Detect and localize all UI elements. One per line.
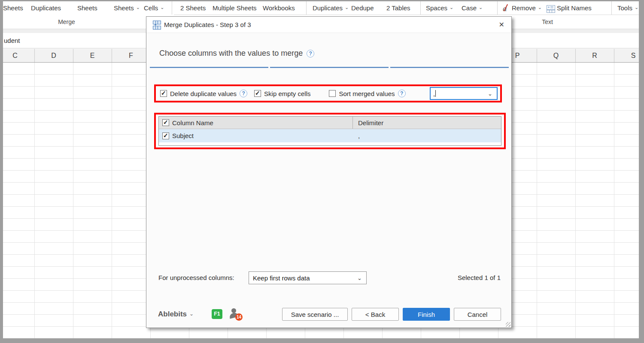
ribbon-item-duplicates-menu[interactable]: Duplicates⌄ — [313, 2, 349, 14]
ribbon-item-sheets[interactable]: Sheets — [77, 2, 97, 14]
ribbon-group-label-merge: Merge — [58, 18, 75, 25]
chevron-down-icon: ⌄ — [450, 1, 453, 13]
window-frame: Sheets Duplicates Sheets Sheets⌄ Cells⌄ … — [0, 0, 644, 343]
notification-badge: 14 — [235, 313, 243, 321]
ribbon-separator — [497, 1, 498, 15]
split-names-icon — [547, 5, 554, 12]
ribbon-item-split-names[interactable]: Split Names — [547, 2, 592, 14]
subject-label: Subject — [172, 132, 194, 139]
ribbon-item-multiple-sheets[interactable]: Multiple Sheets — [213, 2, 257, 14]
skip-empty-cells-option[interactable]: Skip empty cells — [254, 90, 310, 97]
chevron-down-icon[interactable]: ⌄ — [357, 275, 362, 281]
resize-grip[interactable] — [506, 322, 510, 327]
chevron-down-icon: ⌄ — [189, 311, 194, 317]
excel-window: Sheets Duplicates Sheets Sheets⌄ Cells⌄ … — [3, 1, 639, 338]
options-highlight-box: Delete duplicate values ? Skip empty cel… — [154, 84, 502, 102]
merge-duplicates-icon — [152, 21, 161, 29]
ribbon-item-sheets-menu[interactable]: Sheets⌄ — [114, 2, 140, 14]
table-row-subject[interactable]: Subject , — [159, 129, 501, 142]
help-icon[interactable]: ? — [240, 90, 247, 97]
column-header-f[interactable]: F — [112, 49, 150, 63]
unprocessed-columns-label: For unprocessed columns: — [158, 271, 234, 284]
ribbon-item-2-tables[interactable]: 2 Tables — [386, 2, 410, 14]
chevron-down-icon: ⌄ — [345, 1, 349, 13]
column-header-s[interactable]: S — [614, 49, 639, 63]
save-scenario-button[interactable]: Save scenario ... — [282, 308, 348, 321]
delete-duplicate-values-option[interactable]: Delete duplicate values ? — [160, 90, 247, 97]
ribbon-group-divider — [174, 15, 639, 15]
ribbon-separator — [306, 1, 307, 15]
subject-delimiter: , — [353, 132, 501, 139]
unprocessed-columns-select[interactable]: Keep first rows data ⌄ — [249, 271, 367, 284]
sort-merged-values-option[interactable]: Sort merged values ? — [329, 90, 405, 97]
help-icon[interactable]: ? — [398, 90, 406, 97]
column-header-e[interactable]: E — [73, 49, 112, 63]
column-header-c[interactable]: C — [3, 49, 34, 63]
merge-duplicates-dialog: Merge Duplicates - Step 3 of 3 ✕ Choose … — [146, 16, 512, 328]
columns-table-highlight-box: Column Name Delimiter Subject , — [154, 113, 506, 149]
help-icon[interactable]: ? — [307, 50, 314, 57]
wizard-progress — [150, 67, 509, 68]
progress-step-3 — [390, 67, 509, 68]
ribbon-item-case-menu[interactable]: Case⌄ — [462, 2, 483, 14]
ablebits-brand[interactable]: Ablebits — [158, 310, 187, 318]
delimiter-header: Delimiter — [353, 119, 501, 126]
unprocessed-columns-row: For unprocessed columns: Keep first rows… — [158, 271, 501, 284]
ribbon-item-remove-menu[interactable]: Remove⌄ — [502, 2, 542, 14]
f1-help-badge[interactable]: F1 — [212, 309, 222, 319]
ribbon-separator — [420, 1, 421, 15]
ribbon-item-2-sheets[interactable]: 2 Sheets — [180, 2, 206, 14]
progress-step-2 — [270, 67, 389, 68]
delete-duplicate-values-checkbox[interactable] — [160, 90, 167, 97]
chevron-down-icon: ⌄ — [635, 1, 638, 13]
delimiter-value: , — [433, 90, 435, 97]
close-icon[interactable]: ✕ — [499, 21, 504, 29]
ribbon-item-spaces-menu[interactable]: Spaces⌄ — [426, 2, 453, 14]
formula-bar-text: udent — [3, 37, 20, 44]
column-name-header: Column Name — [172, 119, 213, 126]
chevron-down-icon: ⌄ — [136, 1, 140, 13]
ribbon-item-tools-menu[interactable]: Tools⌄ — [617, 2, 638, 14]
ribbon-separator — [611, 1, 612, 15]
progress-step-1 — [150, 67, 268, 68]
chevron-down-icon: ⌄ — [160, 1, 164, 13]
chevron-down-icon: ⌄ — [479, 1, 483, 13]
delimiter-combobox[interactable]: , ⌄ — [430, 87, 498, 100]
ribbon-group-label-text: Text — [542, 18, 553, 25]
chevron-down-icon: ⌄ — [538, 1, 542, 13]
ribbon-item-workbooks[interactable]: Workbooks — [263, 2, 295, 14]
back-button[interactable]: < Back — [352, 308, 399, 321]
chevron-down-icon[interactable]: ⌄ — [488, 90, 492, 97]
sort-merged-values-checkbox[interactable] — [329, 90, 336, 97]
ribbon-item-dedupe[interactable]: Dedupe — [351, 2, 374, 14]
columns-listbox[interactable]: Column Name Delimiter Subject , — [158, 116, 501, 146]
column-header-r[interactable]: R — [575, 49, 614, 63]
dialog-titlebar[interactable]: Merge Duplicates - Step 3 of 3 ✕ — [146, 17, 511, 33]
finish-button[interactable]: Finish — [403, 308, 450, 321]
ribbon-separator — [172, 1, 172, 15]
column-header-q[interactable]: Q — [537, 49, 575, 63]
cancel-button[interactable]: Cancel — [454, 308, 501, 321]
dialog-footer: Ablebits⌄ F1 14 Save scenario ... < Back… — [158, 307, 501, 321]
skip-empty-cells-checkbox[interactable] — [254, 90, 261, 97]
select-all-checkbox[interactable] — [162, 119, 169, 126]
ribbon-item-copy-sheets[interactable]: Sheets — [3, 2, 23, 14]
dialog-body: Choose columns with the values to merge … — [146, 33, 511, 328]
columns-table-header[interactable]: Column Name Delimiter — [159, 117, 501, 129]
text-cursor — [435, 90, 436, 97]
dialog-title: Merge Duplicates - Step 3 of 3 — [164, 21, 251, 28]
dialog-heading: Choose columns with the values to merge — [159, 49, 303, 58]
subject-checkbox[interactable] — [162, 132, 169, 139]
remove-characters-icon — [502, 3, 509, 13]
selected-status: Selected 1 of 1 — [458, 271, 501, 284]
ribbon-item-duplicates[interactable]: Duplicates — [31, 2, 61, 14]
account-icon[interactable]: 14 — [229, 308, 240, 319]
column-header-d[interactable]: D — [34, 49, 73, 63]
ribbon-item-cells-menu[interactable]: Cells⌄ — [144, 2, 164, 14]
